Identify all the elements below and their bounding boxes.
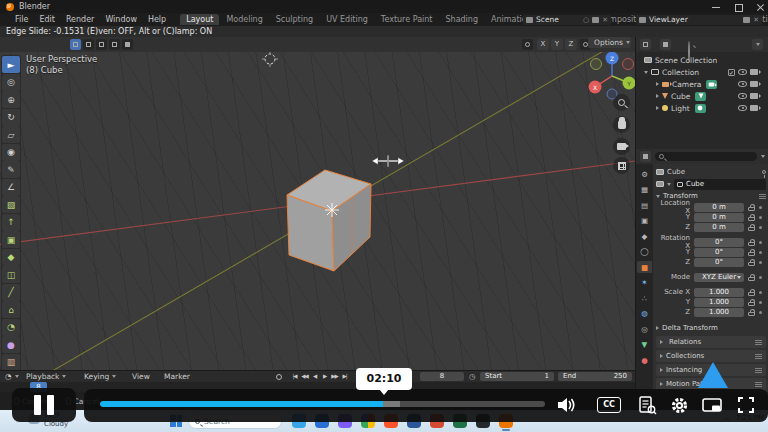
video-pause-button[interactable] <box>12 388 76 422</box>
measure-tool[interactable]: ∠ <box>2 179 20 196</box>
xray-toggle-icon[interactable] <box>122 39 133 50</box>
outliner-collection-icon[interactable] <box>660 39 671 50</box>
workspace-tab[interactable]: Modeling <box>220 14 268 25</box>
hide-eye-icon[interactable] <box>738 93 747 99</box>
outliner-row-scene-collection[interactable]: Scene Collection <box>644 54 717 66</box>
viewport[interactable]: Z Y X X Y Z Options User Perspective (8)… <box>0 37 635 370</box>
extrude-region-tool[interactable]: ↑ <box>2 214 20 231</box>
preview-range-stopwatch-icon[interactable]: ◷ <box>469 371 476 382</box>
hide-eye-icon[interactable] <box>738 69 747 75</box>
tab-constraints[interactable]: ◎ <box>637 323 652 335</box>
panel-menu-icon[interactable] <box>759 196 766 197</box>
animate-dot-icon[interactable] <box>759 216 762 219</box>
value-field[interactable]: 1.000 <box>694 298 744 307</box>
overlay-toggle-icon[interactable] <box>109 39 120 50</box>
tab-render[interactable]: ▦ <box>637 184 652 196</box>
camera-view-icon[interactable] <box>613 138 630 155</box>
outliner-filter-icon[interactable] <box>752 39 763 50</box>
viewport-canvas[interactable]: Z Y X <box>0 37 635 370</box>
tab-material[interactable]: ● <box>637 354 652 366</box>
menu-item[interactable]: Help <box>148 15 166 24</box>
cursor-tool[interactable]: ◎ <box>2 74 20 91</box>
pin-icon[interactable]: ○ <box>583 16 589 24</box>
collection-checkbox[interactable]: ✓ <box>728 69 735 76</box>
animate-dot-icon[interactable] <box>759 241 762 244</box>
workspace-tab[interactable]: Shading <box>439 14 484 25</box>
scene-selector[interactable]: Scene ○ ✕ <box>523 15 611 25</box>
render-camera-icon[interactable] <box>750 93 758 99</box>
smooth-tool[interactable]: ● <box>2 336 20 353</box>
lock-icon[interactable] <box>748 252 755 256</box>
tweak-select-tool[interactable]: ► <box>2 56 20 73</box>
render-camera-icon[interactable] <box>750 69 758 75</box>
outliner-display-mode-icon[interactable] <box>640 39 651 50</box>
hide-eye-icon[interactable] <box>738 105 747 111</box>
animate-dot-icon[interactable] <box>759 311 762 314</box>
cube-mesh[interactable] <box>287 170 371 271</box>
light-expander-icon[interactable] <box>656 106 659 110</box>
scale-tool[interactable]: ▱ <box>2 126 20 143</box>
volume-button[interactable] <box>550 394 584 416</box>
bevel-tool[interactable]: ◆ <box>2 249 20 266</box>
timeline-menu-keying[interactable]: Keying <box>84 371 117 382</box>
tab-particles[interactable]: ∴ <box>637 292 652 304</box>
render-camera-icon[interactable] <box>750 105 758 111</box>
current-frame-field[interactable]: 8 <box>420 372 464 381</box>
snap-icon[interactable] <box>522 39 533 50</box>
tab-physics[interactable]: ◍ <box>637 308 652 320</box>
loop-cut-tool[interactable]: ◫ <box>2 266 20 283</box>
zoom-icon[interactable] <box>613 94 630 111</box>
menu-item[interactable]: File <box>15 15 28 24</box>
move-tool[interactable]: ⊕ <box>2 91 20 108</box>
tab-modifiers[interactable]: ✶ <box>637 277 652 289</box>
animate-dot-icon[interactable] <box>759 291 762 294</box>
tab-output[interactable]: ▤ <box>637 199 652 211</box>
orthographic-grid-icon[interactable] <box>613 157 630 174</box>
animate-dot-icon[interactable] <box>759 276 762 279</box>
animate-dot-icon[interactable] <box>759 261 762 264</box>
prev-keyframe-button[interactable]: ◀◀ <box>300 372 309 381</box>
options-button[interactable]: Options <box>588 37 631 48</box>
frame-start-field[interactable]: Start1 <box>480 372 554 381</box>
tab-tool[interactable]: ⚙ <box>637 168 652 180</box>
workspace-tab[interactable]: Texture Paint <box>375 14 439 25</box>
captions-button[interactable]: CC <box>594 394 624 416</box>
pin-id-icon[interactable] <box>762 170 766 174</box>
menu-item[interactable]: Edit <box>39 15 55 24</box>
fullscreen-button[interactable] <box>730 394 762 416</box>
lock-icon[interactable] <box>748 277 755 281</box>
rotate-tool[interactable]: ↻ <box>2 109 20 126</box>
miniplayer-button[interactable] <box>696 394 728 416</box>
outliner-row-light[interactable]: Light <box>656 102 764 114</box>
animate-dot-icon[interactable] <box>759 226 762 229</box>
timeline-editor-icon[interactable]: ◔ <box>5 371 20 382</box>
mirror-z-toggle[interactable]: Z <box>565 39 577 50</box>
new-layer-icon[interactable] <box>743 17 750 23</box>
lock-icon[interactable] <box>748 302 755 306</box>
object-type-icon[interactable] <box>656 181 664 187</box>
inset-faces-tool[interactable]: ▣ <box>2 231 20 248</box>
jump-to-start-button[interactable]: |◀ <box>290 372 299 381</box>
value-field[interactable]: 0 m <box>694 203 744 212</box>
remove-layer-icon[interactable]: ✕ <box>753 16 759 24</box>
render-camera-icon[interactable] <box>750 81 758 87</box>
auto-keying-record-icon[interactable] <box>276 374 282 380</box>
value-field[interactable]: 0 m <box>694 213 744 222</box>
transform-tool[interactable]: ◉ <box>2 144 20 161</box>
animate-dot-icon[interactable] <box>759 206 762 209</box>
outliner-row-camera[interactable]: Camera <box>656 78 764 90</box>
tab-scene[interactable]: ◆ <box>637 230 652 242</box>
animate-dot-icon[interactable] <box>759 251 762 254</box>
properties-editor-icon[interactable] <box>640 151 651 162</box>
spin-tool[interactable]: ◔ <box>2 319 20 336</box>
workspace-tab[interactable]: Layout <box>180 14 219 25</box>
play-button[interactable]: ▶ <box>320 372 329 381</box>
close-button[interactable] <box>756 3 764 11</box>
timeline-menu-playback[interactable]: Playback <box>26 371 67 382</box>
delta-transform-section[interactable]: Delta Transform <box>656 322 766 334</box>
navigation-gizmo[interactable]: Z Y X <box>589 52 636 100</box>
select-mode-face-icon[interactable] <box>96 39 107 50</box>
tab-world[interactable]: ◯ <box>637 246 652 258</box>
hide-eye-icon[interactable] <box>738 81 747 87</box>
tab-object[interactable]: ■ <box>637 261 652 273</box>
